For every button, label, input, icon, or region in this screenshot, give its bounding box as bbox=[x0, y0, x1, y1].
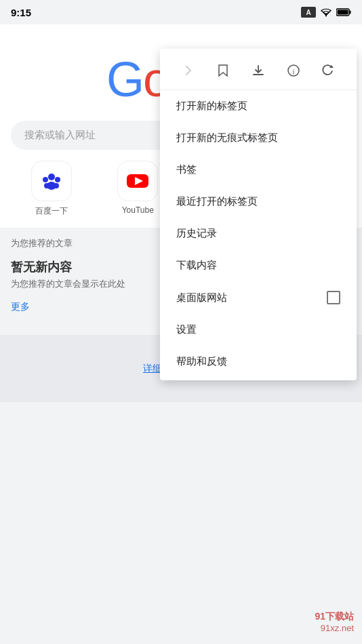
refresh-button[interactable] bbox=[316, 58, 340, 83]
menu-item-recent-tabs[interactable]: 最近打开的标签页 bbox=[160, 186, 357, 218]
wifi-icon bbox=[320, 7, 332, 17]
bookmark-button[interactable] bbox=[211, 58, 235, 83]
battery-icon bbox=[336, 8, 351, 16]
svg-point-6 bbox=[55, 177, 60, 182]
dropdown-menu: i 打开新的标签页 打开新的无痕式标签页 书签 最近打开的标签页 历史记录 下载… bbox=[160, 49, 357, 380]
menu-item-bookmarks-label: 书签 bbox=[176, 163, 197, 176]
menu-item-downloads-label: 下载内容 bbox=[176, 259, 217, 272]
menu-item-history[interactable]: 历史记录 bbox=[160, 218, 357, 249]
menu-item-downloads[interactable]: 下载内容 bbox=[160, 249, 357, 281]
youtube-icon bbox=[117, 161, 158, 201]
menu-item-help[interactable]: 帮助和反馈 bbox=[160, 346, 357, 378]
forward-button[interactable] bbox=[176, 58, 201, 83]
svg-point-5 bbox=[43, 177, 48, 182]
svg-text:i: i bbox=[292, 67, 294, 75]
menu-item-new-tab[interactable]: 打开新的标签页 bbox=[160, 90, 357, 122]
svg-rect-3 bbox=[350, 11, 351, 14]
menu-item-new-tab-label: 打开新的标签页 bbox=[176, 100, 247, 113]
menu-item-incognito[interactable]: 打开新的无痕式标签页 bbox=[160, 122, 357, 154]
watermark-line2: 91xz.net bbox=[315, 623, 354, 633]
baidu-label: 百度一下 bbox=[35, 205, 68, 217]
menu-item-incognito-label: 打开新的无痕式标签页 bbox=[176, 132, 278, 144]
status-time: 9:15 bbox=[11, 7, 31, 18]
logo-g: G bbox=[106, 52, 143, 106]
menu-item-settings[interactable]: 设置 bbox=[160, 314, 357, 346]
search-placeholder: 搜索或输入网址 bbox=[24, 129, 96, 140]
youtube-label: YouTube bbox=[122, 205, 154, 215]
svg-rect-2 bbox=[338, 10, 348, 15]
menu-toolbar: i bbox=[160, 52, 357, 90]
shortcut-baidu[interactable]: 百度一下 bbox=[11, 161, 92, 217]
menu-item-history-label: 历史记录 bbox=[176, 227, 217, 240]
desktop-site-checkbox[interactable] bbox=[327, 291, 340, 304]
menu-item-bookmarks[interactable]: 书签 bbox=[160, 154, 357, 186]
svg-point-4 bbox=[48, 174, 55, 180]
menu-item-recent-tabs-label: 最近打开的标签页 bbox=[176, 195, 258, 208]
a-icon: A bbox=[301, 7, 316, 18]
status-bar: 9:15 A bbox=[0, 0, 362, 24]
menu-item-desktop-site[interactable]: 桌面版网站 bbox=[160, 281, 357, 314]
watermark: 91下载站 91xz.net bbox=[315, 611, 354, 633]
watermark-line1: 91下载站 bbox=[315, 611, 354, 623]
menu-item-settings-label: 设置 bbox=[176, 323, 197, 336]
menu-item-help-label: 帮助和反馈 bbox=[176, 355, 227, 368]
svg-point-0 bbox=[325, 16, 327, 17]
baidu-icon bbox=[31, 161, 72, 201]
info-button[interactable]: i bbox=[281, 58, 306, 83]
menu-item-desktop-site-label: 桌面版网站 bbox=[176, 291, 227, 304]
status-icons: A bbox=[301, 7, 351, 18]
articles-title: 为您推荐的文章 bbox=[11, 237, 73, 249]
svg-point-9 bbox=[47, 182, 56, 190]
download-button[interactable] bbox=[246, 58, 270, 83]
